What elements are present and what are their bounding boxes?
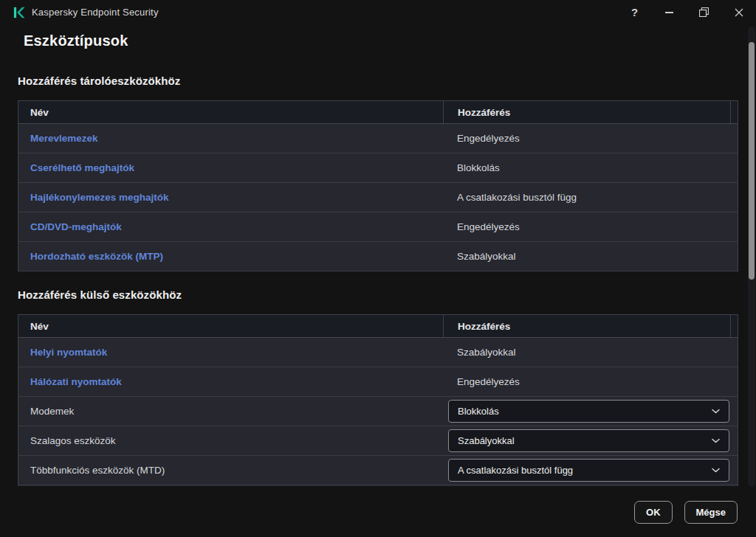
section-heading-storage: Hozzáférés tárolóeszközökhöz xyxy=(18,75,180,87)
table-header-row: Név Hozzáférés xyxy=(18,315,738,338)
external-devices-table: Név Hozzáférés Helyi nyomtatók Szabályok… xyxy=(18,314,738,486)
scrollbar-thumb[interactable] xyxy=(749,42,755,280)
device-type-link[interactable]: Hálózati nyomtatók xyxy=(30,376,122,387)
table-row: Merevlemezek Engedélyezés xyxy=(18,124,738,153)
access-value: A csatlakozási busztól függ xyxy=(443,183,738,212)
section-heading-external: Hozzáférés külső eszközökhöz xyxy=(18,288,182,301)
access-value: Engedélyezés xyxy=(443,367,738,396)
column-header-hozzaferes[interactable]: Hozzáférés xyxy=(443,101,730,123)
access-value: Engedélyezés xyxy=(443,124,738,153)
access-select-value: Blokkolás xyxy=(458,406,499,417)
device-type-link[interactable]: CD/DVD-meghajtók xyxy=(30,221,122,232)
column-header-spacer xyxy=(730,315,738,337)
table-header-row: Név Hozzáférés xyxy=(18,101,738,124)
access-select-value: Szabályokkal xyxy=(458,435,515,446)
table-row: Modemek Blokkolás xyxy=(18,397,738,426)
page-title: Eszköztípusok xyxy=(24,32,128,49)
column-header-nev[interactable]: Név xyxy=(18,315,443,337)
device-type-label: Többfunkciós eszközök (MTD) xyxy=(18,456,443,485)
access-select[interactable]: A csatlakozási busztól függ xyxy=(448,459,729,482)
window-controls: ? xyxy=(617,0,756,24)
table-row: Szalagos eszközök Szabályokkal xyxy=(18,426,738,456)
restore-icon xyxy=(699,7,709,17)
table-row: Hálózati nyomtatók Engedélyezés xyxy=(18,367,738,397)
access-select[interactable]: Blokkolás xyxy=(448,400,729,423)
cancel-button[interactable]: Mégse xyxy=(684,501,738,524)
chevron-down-icon xyxy=(711,437,721,444)
device-type-link[interactable]: Merevlemezek xyxy=(30,133,98,144)
device-type-label: Modemek xyxy=(18,397,443,426)
access-select-value: A csatlakozási busztól függ xyxy=(458,465,573,476)
storage-devices-table: Név Hozzáférés Merevlemezek Engedélyezés… xyxy=(18,100,738,271)
help-button[interactable]: ? xyxy=(617,0,652,24)
device-type-link[interactable]: Hordozható eszközök (MTP) xyxy=(30,251,163,262)
table-row: Többfunkciós eszközök (MTD) A csatlakozá… xyxy=(18,456,738,485)
table-row: CD/DVD-meghajtók Engedélyezés xyxy=(18,212,738,242)
chevron-down-icon xyxy=(711,467,721,474)
access-value: Szabályokkal xyxy=(443,338,738,367)
titlebar: Kaspersky Endpoint Security ? xyxy=(0,0,756,24)
device-type-link[interactable]: Cserélhető meghajtók xyxy=(30,162,134,173)
table-row: Hajlékonylemezes meghajtók A csatlakozás… xyxy=(18,183,738,212)
close-button[interactable] xyxy=(721,0,756,24)
app-title: Kaspersky Endpoint Security xyxy=(32,7,159,18)
column-header-spacer xyxy=(730,101,738,123)
close-icon xyxy=(735,8,743,17)
ok-button[interactable]: OK xyxy=(634,501,673,524)
access-value: Engedélyezés xyxy=(443,212,738,241)
table-row: Cserélhető meghajtók Blokkolás xyxy=(18,153,738,183)
column-header-nev[interactable]: Név xyxy=(18,101,443,123)
chevron-down-icon xyxy=(711,408,721,415)
kaspersky-logo-icon xyxy=(12,6,25,19)
column-header-hozzaferes[interactable]: Hozzáférés xyxy=(443,315,730,337)
access-value: Blokkolás xyxy=(443,153,738,182)
table-row: Hordozható eszközök (MTP) Szabályokkal xyxy=(18,242,738,271)
minimize-button[interactable] xyxy=(652,0,687,24)
device-type-label: Szalagos eszközök xyxy=(18,426,443,455)
access-select[interactable]: Szabályokkal xyxy=(448,429,729,452)
table-row: Helyi nyomtatók Szabályokkal xyxy=(18,338,738,367)
restore-button[interactable] xyxy=(687,0,721,24)
device-type-link[interactable]: Helyi nyomtatók xyxy=(30,347,107,358)
minimize-icon xyxy=(665,12,673,13)
device-type-link[interactable]: Hajlékonylemezes meghajtók xyxy=(30,192,169,203)
titlebar-left: Kaspersky Endpoint Security xyxy=(12,6,159,19)
scrollbar-track[interactable] xyxy=(748,27,755,487)
access-value: Szabályokkal xyxy=(443,242,738,271)
dialog-footer: OK Mégse xyxy=(0,487,756,537)
